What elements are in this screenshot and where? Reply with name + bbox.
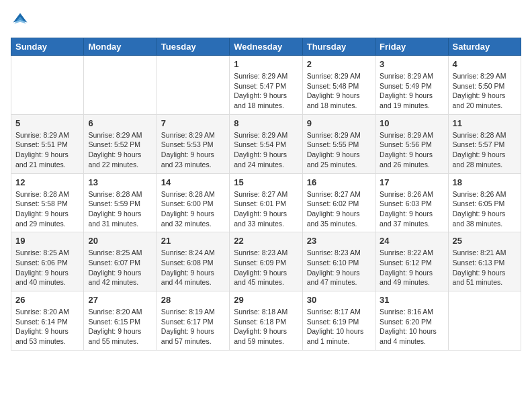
day-cell: 9Sunrise: 8:29 AM Sunset: 5:55 PM Daylig… (302, 114, 375, 173)
day-info: Sunrise: 8:23 AM Sunset: 6:09 PM Dayligh… (234, 248, 298, 287)
day-info: Sunrise: 8:26 AM Sunset: 6:03 PM Dayligh… (380, 189, 443, 229)
day-number: 29 (234, 295, 298, 305)
weekday-header-tuesday: Tuesday (157, 38, 229, 56)
day-number: 28 (161, 295, 225, 305)
day-cell: 13Sunrise: 8:28 AM Sunset: 5:59 PM Dayli… (84, 173, 157, 232)
day-number: 3 (380, 59, 443, 69)
day-number: 10 (380, 118, 443, 128)
day-info: Sunrise: 8:18 AM Sunset: 6:18 PM Dayligh… (234, 307, 298, 347)
day-cell: 11Sunrise: 8:28 AM Sunset: 5:57 PM Dayli… (448, 114, 521, 173)
day-info: Sunrise: 8:29 AM Sunset: 5:54 PM Dayligh… (234, 130, 298, 170)
day-number: 7 (161, 118, 225, 128)
day-cell: 3Sunrise: 8:29 AM Sunset: 5:49 PM Daylig… (375, 56, 448, 115)
day-number: 31 (380, 295, 443, 305)
day-number: 19 (15, 236, 79, 246)
day-info: Sunrise: 8:23 AM Sunset: 6:10 PM Dayligh… (307, 248, 371, 287)
day-cell: 31Sunrise: 8:16 AM Sunset: 6:20 PM Dayli… (375, 291, 448, 351)
day-cell: 10Sunrise: 8:29 AM Sunset: 5:56 PM Dayli… (375, 114, 448, 173)
day-number: 18 (453, 177, 517, 187)
weekday-header-monday: Monday (84, 38, 157, 56)
day-info: Sunrise: 8:29 AM Sunset: 5:49 PM Dayligh… (380, 71, 443, 111)
week-row-2: 5Sunrise: 8:29 AM Sunset: 5:51 PM Daylig… (11, 114, 521, 173)
day-info: Sunrise: 8:24 AM Sunset: 6:08 PM Dayligh… (161, 248, 225, 287)
day-info: Sunrise: 8:25 AM Sunset: 6:07 PM Dayligh… (88, 248, 152, 287)
day-info: Sunrise: 8:25 AM Sunset: 6:06 PM Dayligh… (15, 248, 79, 287)
day-info: Sunrise: 8:21 AM Sunset: 6:13 PM Dayligh… (453, 248, 517, 287)
day-number: 27 (88, 295, 152, 305)
day-cell: 5Sunrise: 8:29 AM Sunset: 5:51 PM Daylig… (11, 114, 84, 173)
logo (11, 11, 32, 30)
week-row-3: 12Sunrise: 8:28 AM Sunset: 5:58 PM Dayli… (11, 173, 521, 232)
day-number: 8 (234, 118, 298, 128)
day-number: 22 (234, 236, 298, 246)
day-number: 20 (88, 236, 152, 246)
day-number: 6 (88, 118, 152, 128)
day-number: 26 (15, 295, 79, 305)
weekday-header-sunday: Sunday (11, 38, 84, 56)
day-number: 30 (307, 295, 371, 305)
page-header (11, 11, 521, 30)
day-cell: 6Sunrise: 8:29 AM Sunset: 5:52 PM Daylig… (84, 114, 157, 173)
weekday-header-saturday: Saturday (448, 38, 521, 56)
day-info: Sunrise: 8:29 AM Sunset: 5:51 PM Dayligh… (15, 130, 79, 170)
day-cell: 14Sunrise: 8:28 AM Sunset: 6:00 PM Dayli… (157, 173, 229, 232)
day-info: Sunrise: 8:28 AM Sunset: 6:00 PM Dayligh… (161, 189, 225, 229)
day-cell: 25Sunrise: 8:21 AM Sunset: 6:13 PM Dayli… (448, 232, 521, 291)
day-cell: 1Sunrise: 8:29 AM Sunset: 5:47 PM Daylig… (230, 56, 302, 115)
day-cell: 4Sunrise: 8:29 AM Sunset: 5:50 PM Daylig… (448, 56, 521, 115)
day-info: Sunrise: 8:20 AM Sunset: 6:15 PM Dayligh… (88, 307, 152, 347)
day-number: 13 (88, 177, 152, 187)
week-row-4: 19Sunrise: 8:25 AM Sunset: 6:06 PM Dayli… (11, 232, 521, 291)
day-cell: 30Sunrise: 8:17 AM Sunset: 6:19 PM Dayli… (302, 291, 375, 351)
day-cell: 28Sunrise: 8:19 AM Sunset: 6:17 PM Dayli… (157, 291, 229, 351)
day-info: Sunrise: 8:29 AM Sunset: 5:53 PM Dayligh… (161, 130, 225, 170)
weekday-header-row: SundayMondayTuesdayWednesdayThursdayFrid… (11, 38, 521, 56)
day-info: Sunrise: 8:29 AM Sunset: 5:56 PM Dayligh… (380, 130, 443, 170)
day-cell: 21Sunrise: 8:24 AM Sunset: 6:08 PM Dayli… (157, 232, 229, 291)
day-info: Sunrise: 8:29 AM Sunset: 5:55 PM Dayligh… (307, 130, 371, 170)
day-info: Sunrise: 8:17 AM Sunset: 6:19 PM Dayligh… (307, 307, 371, 347)
day-cell: 29Sunrise: 8:18 AM Sunset: 6:18 PM Dayli… (230, 291, 302, 351)
day-info: Sunrise: 8:28 AM Sunset: 5:58 PM Dayligh… (15, 189, 79, 229)
day-number: 14 (161, 177, 225, 187)
calendar-table: SundayMondayTuesdayWednesdayThursdayFrid… (11, 38, 521, 351)
day-number: 17 (380, 177, 443, 187)
day-info: Sunrise: 8:27 AM Sunset: 6:02 PM Dayligh… (307, 189, 371, 229)
day-number: 25 (453, 236, 517, 246)
day-number: 16 (307, 177, 371, 187)
day-info: Sunrise: 8:22 AM Sunset: 6:12 PM Dayligh… (380, 248, 443, 287)
day-info: Sunrise: 8:29 AM Sunset: 5:48 PM Dayligh… (307, 71, 371, 111)
day-cell: 16Sunrise: 8:27 AM Sunset: 6:02 PM Dayli… (302, 173, 375, 232)
weekday-header-thursday: Thursday (302, 38, 375, 56)
day-cell (11, 56, 84, 115)
week-row-1: 1Sunrise: 8:29 AM Sunset: 5:47 PM Daylig… (11, 56, 521, 115)
day-info: Sunrise: 8:28 AM Sunset: 5:57 PM Dayligh… (453, 130, 517, 170)
day-info: Sunrise: 8:27 AM Sunset: 6:01 PM Dayligh… (234, 189, 298, 229)
day-cell: 7Sunrise: 8:29 AM Sunset: 5:53 PM Daylig… (157, 114, 229, 173)
logo-icon (11, 11, 30, 30)
day-cell: 27Sunrise: 8:20 AM Sunset: 6:15 PM Dayli… (84, 291, 157, 351)
day-cell (448, 291, 521, 351)
day-number: 9 (307, 118, 371, 128)
day-number: 4 (453, 59, 517, 69)
day-cell (84, 56, 157, 115)
day-cell: 19Sunrise: 8:25 AM Sunset: 6:06 PM Dayli… (11, 232, 84, 291)
day-cell: 2Sunrise: 8:29 AM Sunset: 5:48 PM Daylig… (302, 56, 375, 115)
day-number: 21 (161, 236, 225, 246)
day-info: Sunrise: 8:19 AM Sunset: 6:17 PM Dayligh… (161, 307, 225, 347)
day-cell: 20Sunrise: 8:25 AM Sunset: 6:07 PM Dayli… (84, 232, 157, 291)
weekday-header-wednesday: Wednesday (230, 38, 302, 56)
day-info: Sunrise: 8:16 AM Sunset: 6:20 PM Dayligh… (380, 307, 443, 347)
day-number: 24 (380, 236, 443, 246)
day-number: 15 (234, 177, 298, 187)
day-number: 2 (307, 59, 371, 69)
day-cell: 24Sunrise: 8:22 AM Sunset: 6:12 PM Dayli… (375, 232, 448, 291)
day-cell: 22Sunrise: 8:23 AM Sunset: 6:09 PM Dayli… (230, 232, 302, 291)
day-cell (157, 56, 229, 115)
day-cell: 12Sunrise: 8:28 AM Sunset: 5:58 PM Dayli… (11, 173, 84, 232)
day-number: 1 (234, 59, 298, 69)
weekday-header-friday: Friday (375, 38, 448, 56)
day-info: Sunrise: 8:29 AM Sunset: 5:50 PM Dayligh… (453, 71, 517, 111)
day-info: Sunrise: 8:26 AM Sunset: 6:05 PM Dayligh… (453, 189, 517, 229)
day-number: 23 (307, 236, 371, 246)
